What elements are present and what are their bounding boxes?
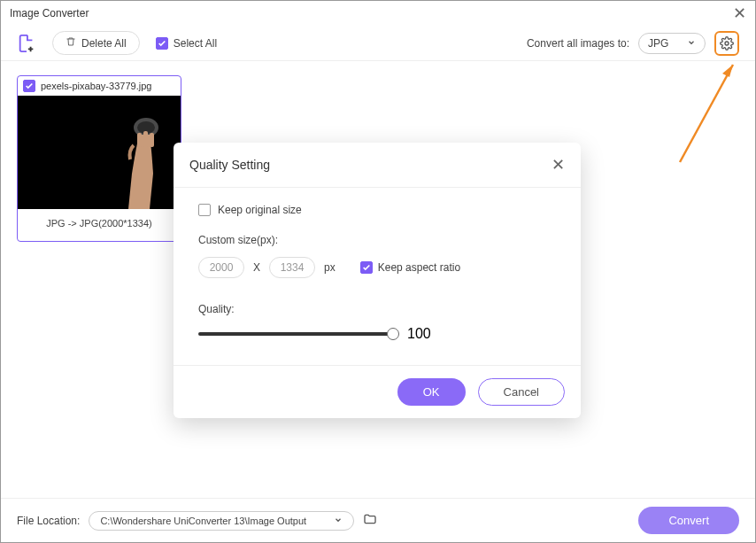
settings-button[interactable]	[714, 31, 739, 56]
quality-label: Quality:	[198, 303, 556, 315]
quality-slider[interactable]	[198, 332, 393, 336]
file-location-label: File Location:	[17, 515, 80, 527]
keep-original-label: Keep original size	[218, 204, 302, 216]
slider-knob[interactable]	[387, 328, 399, 340]
thumbnail-image	[102, 112, 173, 209]
card-filename: pexels-pixabay-33779.jpg	[41, 81, 151, 91]
gear-icon	[720, 36, 734, 50]
aspect-label: Keep aspect ratio	[378, 261, 460, 274]
quality-slider-row: 100	[198, 326, 556, 342]
custom-size-label: Custom size(px):	[198, 234, 556, 246]
svg-rect-6	[143, 131, 148, 147]
chevron-down-icon	[334, 516, 343, 526]
thumbnail	[18, 96, 181, 209]
format-select[interactable]: JPG	[638, 33, 706, 54]
size-separator: X	[253, 261, 260, 274]
add-file-icon[interactable]	[17, 34, 36, 53]
width-input[interactable]	[198, 257, 244, 278]
keep-original-checkbox[interactable]	[198, 204, 211, 216]
dialog-body: Keep original size Custom size(px): X px…	[174, 188, 581, 365]
file-location-select[interactable]: C:\Wondershare UniConverter 13\Image Out…	[89, 511, 354, 531]
dialog-title: Quality Setting	[189, 158, 270, 172]
custom-size-row: X px Keep aspect ratio	[198, 257, 556, 278]
trash-icon	[66, 36, 76, 50]
format-value: JPG	[648, 37, 668, 50]
card-status: JPG -> JPG(2000*1334)	[18, 209, 181, 241]
delete-all-label: Delete All	[81, 37, 127, 50]
keep-original-row[interactable]: Keep original size	[198, 204, 556, 216]
select-all-label: Select All	[174, 37, 217, 50]
keep-aspect-ratio[interactable]: Keep aspect ratio	[360, 261, 460, 274]
ok-button[interactable]: OK	[397, 378, 466, 406]
checkbox-icon	[156, 37, 168, 50]
quality-value: 100	[407, 326, 431, 342]
cancel-button[interactable]: Cancel	[478, 378, 565, 406]
footer: File Location: C:\Wondershare UniConvert…	[1, 498, 755, 542]
convert-button[interactable]: Convert	[638, 507, 739, 534]
image-card[interactable]: pexels-pixabay-33779.jpg JPG -> JPG(2000…	[17, 75, 181, 242]
convert-to-label: Convert all images to:	[527, 37, 629, 50]
open-folder-icon[interactable]	[363, 512, 377, 530]
toolbar-right: Convert all images to: JPG	[527, 31, 739, 56]
delete-all-button[interactable]: Delete All	[52, 31, 140, 55]
close-icon[interactable]: ✕	[733, 4, 746, 23]
dialog-footer: OK Cancel	[174, 365, 581, 418]
file-location-path: C:\Wondershare UniConverter 13\Image Out…	[100, 516, 306, 526]
quality-setting-dialog: Quality Setting ✕ Keep original size Cus…	[174, 143, 581, 418]
svg-rect-5	[137, 133, 142, 147]
aspect-checkbox[interactable]	[360, 261, 373, 274]
select-all-checkbox[interactable]: Select All	[156, 37, 217, 50]
dialog-header: Quality Setting ✕	[174, 143, 581, 188]
dialog-close-icon[interactable]: ✕	[552, 155, 565, 175]
toolbar: Delete All Select All Convert all images…	[1, 26, 755, 61]
window-title: Image Converter	[10, 7, 89, 19]
size-unit: px	[324, 261, 336, 274]
card-checkbox[interactable]	[23, 80, 35, 92]
height-input[interactable]	[269, 257, 315, 278]
svg-point-0	[725, 42, 729, 45]
svg-rect-7	[150, 133, 154, 147]
chevron-down-icon	[687, 37, 696, 50]
card-header: pexels-pixabay-33779.jpg	[18, 76, 181, 96]
titlebar: Image Converter ✕	[1, 1, 755, 26]
